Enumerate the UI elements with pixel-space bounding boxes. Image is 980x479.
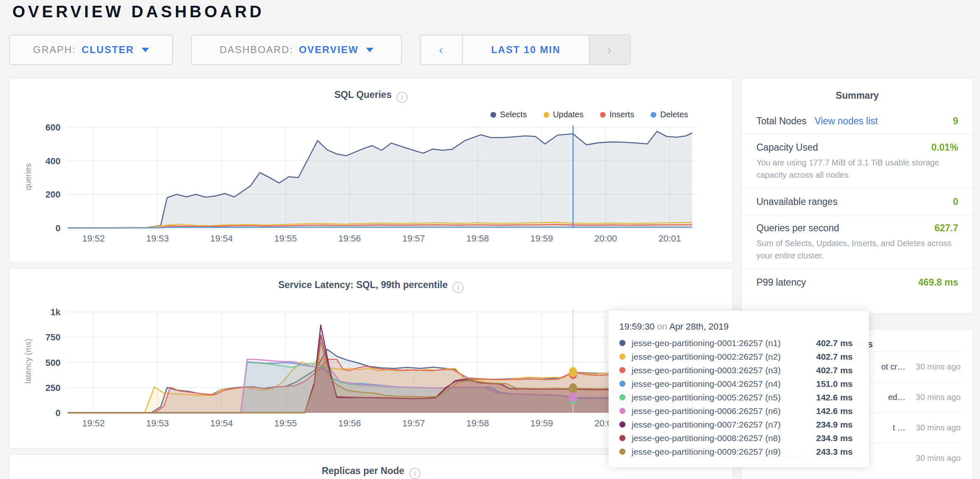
graph-dropdown-label: GRAPH: — [33, 44, 76, 56]
time-prev-button[interactable]: ‹ — [421, 35, 463, 64]
tooltip-node-row: jesse-geo-partitioning-0007:26257 (n7) 2… — [618, 418, 859, 431]
chevron-right-icon: › — [607, 43, 612, 57]
total-nodes-value: 9 — [953, 116, 958, 127]
svg-text:19:52: 19:52 — [82, 233, 105, 244]
summary-row-unavailable-ranges: Unavailable ranges 0 — [742, 188, 973, 215]
svg-text:0: 0 — [56, 408, 61, 418]
unavailable-ranges-label: Unavailable ranges — [756, 196, 838, 207]
event-timestamp: 30 mins ago — [915, 452, 961, 464]
node-latency-value: 142.6 ms — [816, 393, 853, 402]
svg-text:19:58: 19:58 — [466, 418, 489, 428]
svg-text:19:54: 19:54 — [210, 418, 233, 428]
graph-dropdown-value: CLUSTER — [82, 44, 134, 56]
chevron-down-icon — [366, 48, 373, 52]
page-title: OVERVIEW DASHBOARD — [12, 2, 264, 21]
tooltip-node-row: jesse-geo-partitioning-0004:26257 (n4) 1… — [618, 377, 859, 391]
svg-text:19:54: 19:54 — [210, 233, 233, 244]
svg-text:19:53: 19:53 — [146, 418, 169, 428]
dashboard-dropdown[interactable]: DASHBOARD: OVERVIEW — [191, 35, 402, 65]
capacity-used-description: You are using 177.7 MiB of 3.1 TiB usabl… — [756, 156, 958, 181]
graph-dropdown[interactable]: GRAPH: CLUSTER — [9, 35, 173, 65]
summary-row-qps: Queries per second 627.7 Sum of Selects,… — [742, 215, 973, 269]
tooltip-node-row: jesse-geo-partitioning-0002:26257 (n2) 4… — [618, 350, 859, 363]
dashboard-controls: GRAPH: CLUSTER DASHBOARD: OVERVIEW ‹ LAS… — [9, 35, 631, 65]
tooltip-date: Apr 28th, 2019 — [669, 321, 728, 332]
dashboard-dropdown-label: DASHBOARD: — [219, 44, 293, 56]
svg-text:19:56: 19:56 — [338, 233, 361, 244]
event-timestamp: 30 mins ago — [915, 422, 961, 434]
node-color-dot-icon — [619, 421, 625, 428]
tooltip-node-row: jesse-geo-partitioning-0005:26257 (n5) 1… — [618, 391, 859, 404]
info-icon[interactable]: i — [409, 468, 420, 479]
svg-text:latency (ms): latency (ms) — [23, 339, 33, 384]
node-address: jesse-geo-partitioning-0007:26257 (n7) — [632, 420, 816, 430]
total-nodes-label: Total Nodes — [756, 116, 806, 127]
svg-text:200: 200 — [45, 189, 61, 200]
svg-text:19:55: 19:55 — [274, 418, 297, 428]
summary-row-p99: P99 latency 469.8 ms — [742, 269, 973, 295]
node-color-dot-icon — [619, 435, 625, 441]
node-address: jesse-geo-partitioning-0003:26257 (n3) — [632, 365, 816, 375]
view-nodes-list-link[interactable]: View nodes list — [814, 116, 877, 127]
node-address: jesse-geo-partitioning-0002:26257 (n2) — [632, 352, 816, 362]
svg-text:1k: 1k — [51, 307, 61, 317]
node-latency-value: 151.0 ms — [816, 379, 853, 389]
svg-text:0: 0 — [56, 223, 61, 233]
node-color-dot-icon — [619, 408, 625, 414]
node-address: jesse-geo-partitioning-0009:26257 (n9) — [632, 447, 816, 457]
tooltip-timestamp: 19:59:30 on Apr 28th, 2019 — [618, 321, 859, 332]
node-color-dot-icon — [619, 381, 625, 387]
time-range-label: LAST 10 MIN — [491, 44, 561, 56]
chevron-down-icon — [142, 48, 149, 52]
sql-queries-card: SQL Queriesi Selects Updates Inserts Del… — [9, 78, 733, 263]
svg-text:750: 750 — [45, 332, 61, 342]
dashboard-dropdown-value: OVERVIEW — [299, 44, 359, 56]
node-latency-value: 234.9 ms — [816, 433, 853, 443]
svg-text:19:59: 19:59 — [530, 418, 553, 428]
svg-text:20:01: 20:01 — [658, 233, 681, 244]
svg-text:19:59: 19:59 — [530, 233, 553, 244]
node-color-dot-icon — [619, 340, 625, 346]
node-color-dot-icon — [619, 449, 625, 455]
node-latency-value: 402.7 ms — [816, 338, 853, 348]
summary-title: Summary — [742, 79, 973, 108]
svg-text:19:55: 19:55 — [274, 233, 297, 244]
sql-queries-chart[interactable]: 19:5219:5319:5419:5519:5619:5719:5819:59… — [9, 79, 733, 262]
summary-row-capacity: Capacity Used 0.01% You are using 177.7 … — [742, 134, 973, 188]
svg-text:queries: queries — [23, 163, 33, 191]
replicas-title: Replicas per Node — [322, 465, 404, 476]
node-address: jesse-geo-partitioning-0005:26257 (n5) — [632, 393, 816, 402]
summary-panel: Summary Total Nodes View nodes list 9 Ca… — [741, 78, 973, 314]
svg-text:20:00: 20:00 — [594, 233, 617, 244]
tooltip-node-row: jesse-geo-partitioning-0006:26257 (n6) 1… — [618, 404, 859, 418]
time-range-button[interactable]: LAST 10 MIN — [463, 35, 589, 64]
node-address: jesse-geo-partitioning-0004:26257 (n4) — [632, 379, 816, 389]
node-latency-value: 142.6 ms — [816, 406, 853, 416]
time-next-button-disabled[interactable]: › — [589, 35, 630, 64]
svg-text:19:56: 19:56 — [338, 418, 361, 428]
p99-latency-value: 469.8 ms — [918, 277, 958, 288]
event-timestamp: 30 mins ago — [915, 391, 961, 403]
node-color-dot-icon — [619, 367, 625, 373]
node-color-dot-icon — [619, 353, 625, 360]
node-color-dot-icon — [619, 394, 625, 400]
svg-text:19:58: 19:58 — [466, 233, 489, 244]
tooltip-node-row: jesse-geo-partitioning-0008:26257 (n8) 2… — [618, 431, 859, 445]
node-latency-value: 402.7 ms — [816, 365, 853, 375]
p99-latency-label: P99 latency — [756, 277, 806, 288]
tooltip-on: on — [657, 321, 667, 332]
svg-text:600: 600 — [45, 122, 61, 133]
chart-hover-tooltip: 19:59:30 on Apr 28th, 2019 jesse-geo-par… — [609, 311, 869, 467]
svg-text:19:57: 19:57 — [402, 233, 425, 244]
svg-text:500: 500 — [45, 358, 61, 368]
capacity-used-label: Capacity Used — [756, 142, 818, 153]
svg-text:19:52: 19:52 — [82, 418, 105, 428]
svg-text:400: 400 — [45, 156, 61, 166]
event-timestamp: 30 mins ago — [915, 361, 961, 373]
qps-label: Queries per second — [756, 223, 839, 234]
node-address: jesse-geo-partitioning-0001:26257 (n1) — [632, 338, 816, 348]
node-latency-value: 234.9 ms — [816, 420, 853, 430]
tooltip-node-list: jesse-geo-partitioning-0001:26257 (n1) 4… — [618, 336, 859, 458]
svg-text:19:57: 19:57 — [402, 418, 425, 428]
node-address: jesse-geo-partitioning-0006:26257 (n6) — [632, 406, 816, 416]
